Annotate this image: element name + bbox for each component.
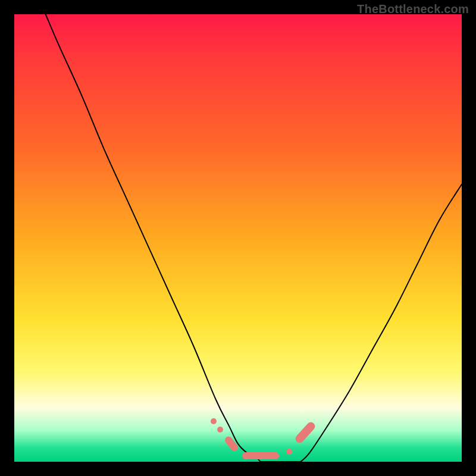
- curves-svg: [14, 14, 462, 462]
- right-curve: [300, 184, 462, 462]
- chart-frame: TheBottleneck.com: [0, 0, 476, 476]
- left-curve: [46, 14, 261, 462]
- plot-area: [14, 14, 462, 462]
- marker-pill: [242, 452, 279, 459]
- marker-dot: [217, 427, 223, 433]
- marker-dot: [211, 418, 217, 424]
- watermark-text: TheBottleneck.com: [357, 2, 469, 16]
